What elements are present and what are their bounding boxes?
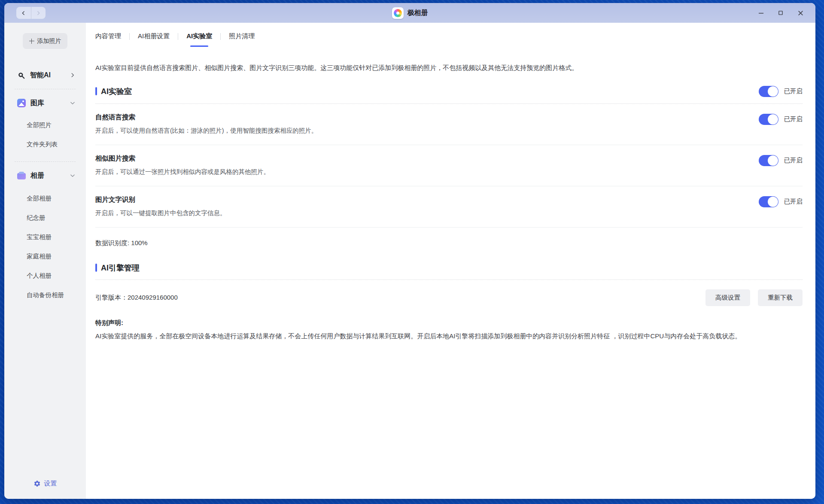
redownload-button[interactable]: 重新下载	[758, 289, 803, 306]
feature-description: 开启后，可以使用自然语言(比如：游泳的照片)，使用智能搜图搜索相应的照片。	[95, 127, 317, 135]
app-title: 极相册	[407, 9, 428, 18]
toggle-state-label: 已开启	[784, 197, 803, 206]
section-accent-bar	[95, 87, 97, 95]
settings-label: 设置	[44, 480, 57, 488]
image-text-recognition-toggle[interactable]	[759, 196, 778, 207]
gallery-icon	[17, 99, 26, 107]
feature-row-image-text-recognition: 图片文字识别 开启后，可以一键提取图片中包含的文字信息。 已开启	[95, 186, 803, 228]
sidebar-item-memorial-album[interactable]: 纪念册	[4, 208, 86, 228]
feature-title: 图片文字识别	[95, 195, 226, 204]
ai-engine-section-header: AI引擎管理	[95, 263, 803, 280]
maximize-button[interactable]	[777, 9, 784, 17]
sidebar-section-label: 图库	[30, 99, 44, 108]
notice-body: AI实验室提供的服务，全部在极空间设备本地进行运算及结果存储，不会上传任何用户数…	[95, 331, 803, 341]
divider	[15, 161, 76, 162]
feature-description: 开启后，可以通过一张照片找到相似内容或是风格的其他照片。	[95, 168, 270, 176]
add-photo-label: 添加照片	[37, 37, 61, 45]
sidebar-item-personal-album[interactable]: 个人相册	[4, 266, 86, 285]
toggle-state-label: 已开启	[784, 115, 803, 123]
tab-separator	[178, 33, 178, 40]
close-button[interactable]	[797, 9, 804, 17]
ai-lab-toggle[interactable]	[759, 86, 778, 97]
app-logo-icon	[392, 7, 404, 19]
tab-separator	[129, 33, 130, 40]
nav-history-group	[16, 7, 46, 19]
advanced-settings-button[interactable]: 高级设置	[705, 289, 750, 306]
tab-separator	[220, 33, 221, 40]
magnifier-icon	[17, 71, 25, 79]
sidebar-section-gallery[interactable]: 图库	[4, 97, 86, 109]
gear-icon	[33, 480, 41, 487]
sidebar-item-all-albums[interactable]: 全部相册	[4, 189, 86, 208]
tab-ai-lab[interactable]: AI实验室	[186, 32, 212, 47]
sidebar-section-smart-ai[interactable]: 智能AI	[4, 69, 86, 82]
feature-title: 相似图片搜索	[95, 154, 270, 163]
feature-title: 自然语言搜索	[95, 113, 317, 122]
feature-row-similar-image-search: 相似图片搜索 开启后，可以通过一张照片找到相似内容或是风格的其他照片。 已开启	[95, 145, 803, 186]
toggle-state-label: 已开启	[784, 156, 803, 164]
plus-icon	[29, 39, 34, 44]
chevron-right-icon	[36, 10, 41, 16]
tab-content-management[interactable]: 内容管理	[95, 32, 121, 47]
engine-version-row: 引擎版本：20240929160000 高级设置 重新下载	[95, 280, 803, 310]
sidebar-item-folder-list[interactable]: 文件夹列表	[4, 135, 86, 154]
title-bar: 极相册	[4, 3, 815, 23]
tab-bar: 内容管理 AI相册设置 AI实验室 照片清理	[95, 23, 803, 49]
add-photo-button[interactable]: 添加照片	[23, 33, 67, 49]
album-icon	[17, 173, 26, 179]
settings-button[interactable]: 设置	[4, 480, 86, 488]
close-icon	[797, 10, 804, 16]
sidebar-item-family-album[interactable]: 家庭相册	[4, 247, 86, 266]
chevron-down-icon	[70, 173, 76, 179]
chevron-left-icon	[21, 10, 26, 16]
window-controls	[757, 3, 804, 23]
tab-photo-cleanup[interactable]: 照片清理	[229, 32, 255, 47]
sidebar: 添加照片 智能AI 图库	[4, 23, 86, 499]
app-title-group: 极相册	[392, 7, 428, 19]
sidebar-section-label: 相册	[30, 171, 44, 180]
feature-description: 开启后，可以一键提取图片中包含的文字信息。	[95, 209, 226, 217]
ai-lab-section-header: AI实验室 已开启	[95, 86, 803, 104]
back-button[interactable]	[16, 7, 31, 19]
tab-ai-album-settings[interactable]: AI相册设置	[138, 32, 170, 47]
chevron-right-icon	[70, 72, 76, 78]
feature-row-natural-language-search: 自然语言搜索 开启后，可以使用自然语言(比如：游泳的照片)，使用智能搜图搜索相应…	[95, 104, 803, 145]
maximize-icon	[778, 10, 784, 16]
sidebar-section-albums[interactable]: 相册	[4, 169, 86, 182]
section-title: AI实验室	[101, 86, 132, 97]
forward-button[interactable]	[31, 7, 46, 19]
section-title: AI引擎管理	[101, 263, 140, 273]
section-accent-bar	[95, 264, 97, 272]
data-recognition-text: 数据识别度: 100%	[95, 228, 803, 250]
intro-text: AI实验室目前提供自然语言搜索图片、相似图片搜索、图片文字识别三项功能。这三项功…	[95, 63, 803, 73]
sidebar-item-all-photos[interactable]: 全部照片	[4, 115, 86, 135]
app-window: 极相册 添加照片	[4, 3, 815, 499]
minimize-button[interactable]	[757, 9, 765, 17]
similar-image-search-toggle[interactable]	[759, 155, 778, 166]
main-content: 内容管理 AI相册设置 AI实验室 照片清理 AI实验室目前提供自然语言搜索图片…	[86, 23, 815, 499]
minimize-icon	[758, 10, 764, 16]
sidebar-item-baby-album[interactable]: 宝宝相册	[4, 228, 86, 247]
divider	[15, 89, 76, 89]
notice-title: 特别声明:	[95, 319, 803, 327]
toggle-state-label: 已开启	[784, 87, 803, 95]
sidebar-item-auto-backup-album[interactable]: 自动备份相册	[4, 285, 86, 305]
chevron-down-icon	[70, 100, 76, 106]
special-notice: 特别声明: AI实验室提供的服务，全部在极空间设备本地进行运算及结果存储，不会上…	[95, 319, 803, 341]
sidebar-section-label: 智能AI	[30, 71, 51, 80]
natural-language-search-toggle[interactable]	[759, 114, 778, 125]
engine-version-text: 引擎版本：20240929160000	[95, 294, 178, 302]
